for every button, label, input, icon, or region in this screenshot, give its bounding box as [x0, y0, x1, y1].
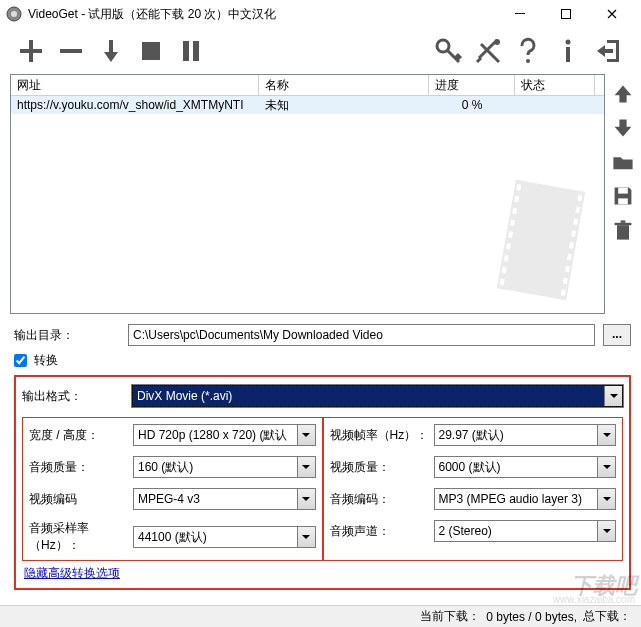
stop-button[interactable] — [134, 34, 168, 68]
aq-label: 音频质量： — [29, 459, 133, 476]
cell-url: https://v.youku.com/v_show/id_XMTMyNTI — [11, 96, 259, 114]
remove-button[interactable] — [54, 34, 88, 68]
svg-rect-16 — [621, 220, 626, 222]
chevron-down-icon[interactable] — [597, 489, 615, 509]
wh-select[interactable]: HD 720p (1280 x 720) (默认 — [133, 424, 316, 446]
svg-rect-5 — [142, 42, 160, 60]
chevron-down-icon[interactable] — [297, 457, 315, 477]
wh-label: 宽度 / 高度： — [29, 427, 133, 444]
chevron-down-icon[interactable] — [597, 425, 615, 445]
status-bytes: 0 bytes / 0 bytes, — [486, 610, 577, 624]
statusbar: 当前下载： 0 bytes / 0 bytes, 总下载： — [0, 605, 641, 627]
aq-select[interactable]: 160 (默认) — [133, 456, 316, 478]
minimize-button[interactable] — [497, 0, 543, 28]
key-icon[interactable] — [431, 34, 465, 68]
output-path-input[interactable] — [128, 324, 595, 346]
table-row[interactable]: https://v.youku.com/v_show/id_XMTMyNTI 未… — [11, 96, 604, 114]
convert-row: 转换 — [0, 350, 641, 371]
move-up-icon[interactable] — [611, 82, 635, 106]
exit-icon[interactable] — [591, 34, 625, 68]
download-button[interactable] — [94, 34, 128, 68]
chevron-down-icon[interactable] — [297, 527, 315, 547]
status-current-label: 当前下载： — [420, 608, 480, 625]
svg-rect-14 — [618, 198, 628, 204]
window-controls — [497, 0, 635, 28]
vq-select[interactable]: 6000 (默认) — [434, 456, 617, 478]
svg-rect-3 — [562, 10, 571, 19]
vq-label: 视频质量： — [330, 459, 434, 476]
fps-select[interactable]: 29.97 (默认) — [434, 424, 617, 446]
status-total-label: 总下载： — [583, 608, 631, 625]
convert-checkbox[interactable] — [14, 354, 27, 367]
open-folder-icon[interactable] — [611, 150, 635, 174]
svg-point-1 — [11, 11, 17, 17]
svg-point-9 — [494, 39, 500, 45]
cell-state — [515, 96, 595, 114]
fps-label: 视频帧率（Hz）： — [330, 427, 434, 444]
chevron-down-icon[interactable] — [597, 521, 615, 541]
help-icon[interactable] — [511, 34, 545, 68]
col-progress[interactable]: 进度 — [429, 75, 515, 95]
settings-left: 宽度 / 高度： HD 720p (1280 x 720) (默认 音频质量： … — [22, 417, 323, 561]
info-icon[interactable] — [551, 34, 585, 68]
settings-right: 视频帧率（Hz）： 29.97 (默认) 视频质量： 6000 (默认) 音频编… — [323, 417, 624, 561]
app-icon — [6, 6, 22, 22]
download-table: 网址 名称 进度 状态 https://v.youku.com/v_show/i… — [10, 74, 605, 314]
asr-label: 音频采样率（Hz）： — [29, 520, 133, 554]
col-url[interactable]: 网址 — [11, 75, 259, 95]
col-state[interactable]: 状态 — [515, 75, 595, 95]
vc-select[interactable]: MPEG-4 v3 — [133, 488, 316, 510]
settings-panel: 输出格式： DivX Movie (*.avi) 宽度 / 高度： HD 720… — [14, 375, 631, 590]
move-down-icon[interactable] — [611, 116, 635, 140]
convert-checkbox-label[interactable]: 转换 — [14, 353, 58, 367]
svg-rect-15 — [615, 223, 632, 225]
table-header: 网址 名称 进度 状态 — [11, 75, 604, 96]
svg-point-11 — [566, 40, 571, 45]
browse-button[interactable]: ... — [603, 324, 631, 346]
side-column — [611, 82, 635, 242]
delete-icon[interactable] — [611, 218, 635, 242]
toolbar — [0, 28, 641, 74]
chevron-down-icon[interactable] — [604, 386, 622, 406]
output-row: 输出目录： ... — [0, 320, 641, 350]
add-button[interactable] — [14, 34, 48, 68]
svg-rect-13 — [618, 188, 628, 194]
ch-label: 音频声道： — [330, 523, 434, 540]
chevron-down-icon[interactable] — [297, 489, 315, 509]
svg-rect-12 — [566, 47, 570, 62]
format-label: 输出格式： — [22, 388, 132, 405]
hide-advanced-link[interactable]: 隐藏高级转换选项 — [22, 565, 120, 582]
ac-select[interactable]: MP3 (MPEG audio layer 3) — [434, 488, 617, 510]
maximize-button[interactable] — [543, 0, 589, 28]
svg-rect-2 — [515, 13, 525, 14]
svg-rect-6 — [183, 41, 189, 61]
close-button[interactable] — [589, 0, 635, 28]
asr-select[interactable]: 44100 (默认) — [133, 526, 316, 548]
cell-progress: 0 % — [429, 96, 515, 114]
chevron-down-icon[interactable] — [597, 457, 615, 477]
save-icon[interactable] — [611, 184, 635, 208]
format-select[interactable]: DivX Movie (*.avi) — [132, 385, 623, 407]
film-graphic-icon — [486, 175, 596, 305]
chevron-down-icon[interactable] — [297, 425, 315, 445]
pause-button[interactable] — [174, 34, 208, 68]
cell-name: 未知 — [259, 96, 429, 114]
window-title: VideoGet - 试用版（还能下载 20 次）中文汉化 — [28, 6, 497, 23]
col-name[interactable]: 名称 — [259, 75, 429, 95]
vc-label: 视频编码 — [29, 491, 133, 508]
output-label: 输出目录： — [14, 327, 120, 344]
svg-rect-7 — [193, 41, 199, 61]
settings-icon[interactable] — [471, 34, 505, 68]
ac-label: 音频编码： — [330, 491, 434, 508]
titlebar: VideoGet - 试用版（还能下载 20 次）中文汉化 — [0, 0, 641, 28]
svg-rect-4 — [60, 49, 82, 53]
svg-point-10 — [526, 59, 530, 63]
watermark-sub: www.xiazaiba.com — [553, 594, 635, 605]
ch-select[interactable]: 2 (Stereo) — [434, 520, 617, 542]
